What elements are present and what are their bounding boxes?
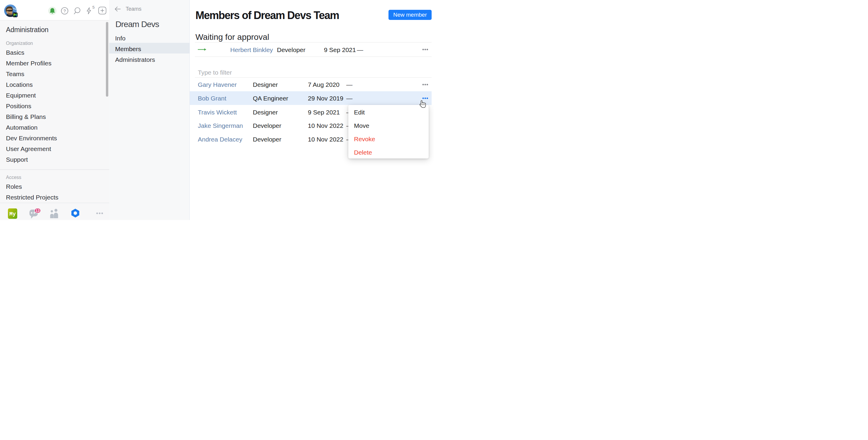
svg-text:?: ?	[63, 9, 66, 13]
svg-text:13: 13	[36, 209, 40, 213]
svg-text:5: 5	[93, 5, 95, 9]
svg-text:My: My	[9, 211, 16, 217]
